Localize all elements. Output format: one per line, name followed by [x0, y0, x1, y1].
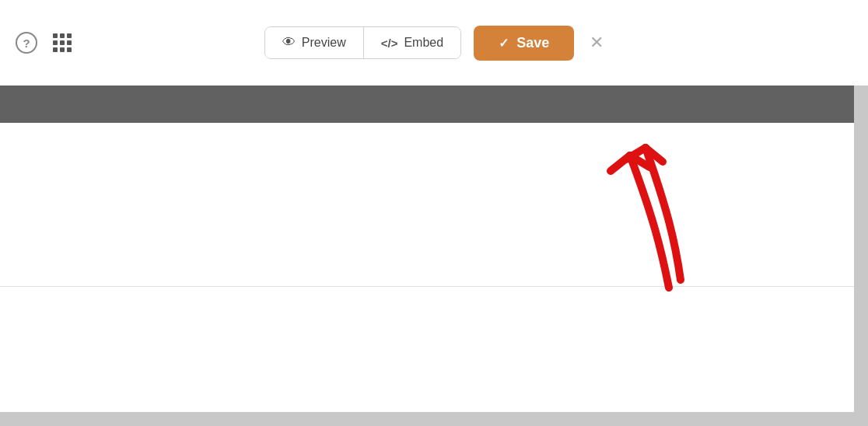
dark-bar — [0, 86, 868, 123]
right-panel — [854, 86, 868, 426]
grid-dot — [67, 47, 72, 52]
toolbar: ? 👁 Preview </> Embed ✓ Save ✕ — [0, 0, 868, 86]
grid-dot — [60, 47, 65, 52]
view-toggle: 👁 Preview </> Embed — [264, 26, 461, 59]
close-icon[interactable]: ✕ — [590, 33, 604, 53]
grid-dot — [67, 33, 72, 38]
grid-icon[interactable] — [53, 33, 72, 52]
help-icon[interactable]: ? — [16, 32, 37, 54]
bottom-panel — [0, 412, 854, 426]
grid-dot — [60, 33, 65, 38]
grid-dot — [53, 47, 58, 52]
main-content — [0, 123, 854, 412]
save-label: Save — [516, 35, 549, 51]
grid-dot — [53, 33, 58, 38]
content-divider — [0, 286, 854, 287]
grid-dot — [53, 40, 58, 45]
embed-button[interactable]: </> Embed — [364, 27, 460, 58]
preview-button[interactable]: 👁 Preview — [265, 27, 364, 58]
checkmark-icon: ✓ — [499, 36, 509, 51]
eye-icon: 👁 — [282, 35, 296, 51]
save-button[interactable]: ✓ Save — [474, 26, 574, 61]
toolbar-left: ? — [16, 32, 72, 54]
grid-dot — [67, 40, 72, 45]
code-icon: </> — [381, 37, 398, 50]
preview-label: Preview — [302, 36, 346, 50]
grid-dot — [60, 40, 65, 45]
embed-label: Embed — [404, 36, 443, 50]
